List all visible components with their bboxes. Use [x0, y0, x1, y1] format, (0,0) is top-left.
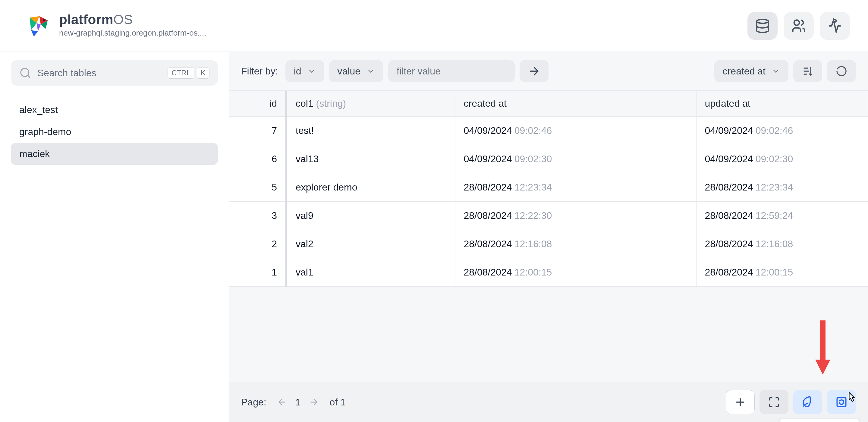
- cell-col1: val9: [286, 202, 455, 230]
- refresh-button[interactable]: [827, 60, 856, 82]
- filter-bar: Filter by: id value created at: [229, 52, 868, 90]
- brand-logo: [24, 12, 52, 40]
- table-row[interactable]: 7test!04/09/202409:02:4604/09/202409:02:…: [229, 117, 868, 145]
- cell-updated: 04/09/202409:02:30: [696, 145, 868, 173]
- column-header[interactable]: created at: [455, 91, 696, 117]
- cell-id: 1: [229, 258, 286, 287]
- table-header-row: idcol1 (string)created atupdated at: [229, 91, 868, 117]
- table-row[interactable]: 5explorer demo28/08/202412:23:3428/08/20…: [229, 173, 868, 202]
- chevron-down-icon: [307, 67, 316, 76]
- search-icon: [19, 67, 31, 79]
- cell-updated: 04/09/202409:02:46: [696, 117, 868, 145]
- brand-subtitle: new-graphql.staging.oregon.platform-os..…: [59, 28, 207, 38]
- refresh-icon: [835, 65, 847, 77]
- filter-op-select[interactable]: value: [329, 60, 384, 82]
- search-input[interactable]: [37, 67, 167, 79]
- cell-id: 6: [229, 145, 286, 173]
- cell-created: 04/09/202409:02:30: [455, 145, 696, 173]
- svg-point-1: [757, 19, 769, 23]
- cell-col1: explorer demo: [286, 173, 455, 202]
- sort-select[interactable]: created at: [714, 60, 788, 82]
- page-count: of 1: [330, 397, 345, 408]
- cell-updated: 28/08/202412:23:34: [696, 173, 868, 202]
- cell-updated: 28/08/202412:00:15: [696, 258, 868, 287]
- tables-list: alex_testgraph-demomaciek: [11, 99, 218, 165]
- arrow-right-icon: [308, 397, 319, 408]
- cell-col1: val2: [286, 230, 455, 258]
- database-button[interactable]: [747, 12, 778, 40]
- page-label: Page:: [241, 397, 267, 408]
- layout: CTRLK alex_testgraph-demomaciek Filter b…: [0, 52, 868, 422]
- data-table: idcol1 (string)created atupdated at 7tes…: [229, 90, 868, 287]
- cell-updated: 28/08/202412:59:24: [696, 202, 868, 230]
- header-actions: [747, 12, 850, 40]
- cell-created: 28/08/202412:16:08: [455, 230, 696, 258]
- main: Filter by: id value created at: [229, 52, 868, 422]
- svg-point-3: [834, 19, 836, 22]
- eco-button[interactable]: [793, 390, 822, 414]
- cell-col1: val13: [286, 145, 455, 173]
- cell-col1: test!: [286, 117, 455, 145]
- chevron-down-icon: [367, 67, 375, 76]
- column-header[interactable]: id: [229, 91, 286, 117]
- prev-page-button[interactable]: [274, 394, 290, 411]
- sidebar-table-item[interactable]: maciek: [11, 143, 218, 165]
- sort-icon: [802, 65, 814, 77]
- footer: Page: 1 of 1 S: [229, 382, 868, 422]
- users-button[interactable]: [784, 12, 814, 40]
- plus-icon: [734, 395, 747, 409]
- expand-icon: [767, 395, 781, 409]
- arrow-left-icon: [277, 397, 287, 408]
- arrow-right-icon: [527, 64, 541, 78]
- brand: platformOS new-graphql.staging.oregon.pl…: [24, 12, 207, 40]
- chevron-down-icon: [772, 67, 780, 76]
- leaf-icon: [801, 395, 814, 409]
- cell-created: 28/08/202412:00:15: [455, 258, 696, 287]
- cell-col1: val1: [286, 258, 455, 287]
- sort-direction-button[interactable]: [793, 60, 822, 82]
- svg-rect-5: [837, 398, 846, 406]
- sidebar-table-item[interactable]: graph-demo: [11, 121, 218, 143]
- activity-button[interactable]: [820, 12, 850, 40]
- pager: 1: [274, 394, 322, 411]
- filter-label: Filter by:: [241, 66, 278, 77]
- column-header[interactable]: updated at: [696, 91, 868, 117]
- show-deleted-button[interactable]: Show deleted records: [827, 390, 856, 414]
- cell-created: 28/08/202412:23:34: [455, 173, 696, 202]
- add-record-button[interactable]: [726, 390, 755, 414]
- search-box[interactable]: CTRLK: [11, 60, 218, 86]
- apply-filter-button[interactable]: [520, 60, 549, 82]
- column-header[interactable]: col1 (string): [286, 91, 455, 117]
- cell-created: 28/08/202412:22:30: [455, 202, 696, 230]
- show-deleted-tooltip: Show deleted records: [780, 419, 859, 422]
- sidebar-table-item[interactable]: alex_test: [11, 99, 218, 121]
- table-row[interactable]: 2val228/08/202412:16:0828/08/202412:16:0…: [229, 230, 868, 258]
- cell-id: 7: [229, 117, 286, 145]
- expand-button[interactable]: [760, 390, 788, 414]
- svg-point-2: [794, 20, 799, 25]
- filter-field-select[interactable]: id: [285, 60, 324, 82]
- table-row[interactable]: 6val1304/09/202409:02:3004/09/202409:02:…: [229, 145, 868, 173]
- brand-title: platformOS: [59, 12, 207, 27]
- filter-value-input[interactable]: [388, 60, 515, 82]
- cell-id: 2: [229, 230, 286, 258]
- table-body: 7test!04/09/202409:02:4604/09/202409:02:…: [229, 117, 868, 287]
- table-row[interactable]: 3val928/08/202412:22:3028/08/202412:59:2…: [229, 202, 868, 230]
- sidebar: CTRLK alex_testgraph-demomaciek: [0, 52, 229, 422]
- svg-point-4: [21, 68, 29, 77]
- restore-icon: [835, 395, 848, 409]
- table-row[interactable]: 1val128/08/202412:00:1528/08/202412:00:1…: [229, 258, 868, 287]
- cell-created: 04/09/202409:02:46: [455, 117, 696, 145]
- next-page-button[interactable]: [305, 394, 322, 411]
- cell-updated: 28/08/202412:16:08: [696, 230, 868, 258]
- cell-id: 3: [229, 202, 286, 230]
- svg-point-0: [43, 19, 45, 21]
- cell-id: 5: [229, 173, 286, 202]
- search-shortcut: CTRLK: [167, 67, 210, 79]
- header: platformOS new-graphql.staging.oregon.pl…: [0, 0, 868, 52]
- page-number: 1: [290, 397, 306, 408]
